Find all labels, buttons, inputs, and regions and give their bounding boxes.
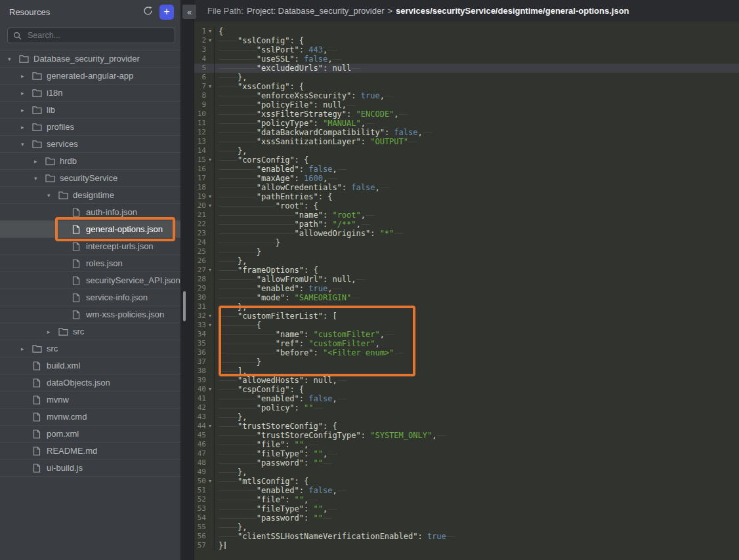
tree-item-wm-xss-policies.json[interactable]: wm-xss-policies.json xyxy=(0,306,180,323)
code-line-2[interactable]: 2▾ "sslConfig": { xyxy=(194,36,739,45)
code-line-17[interactable]: 17 "maxAge": 1600, xyxy=(194,174,739,183)
tree-item-i18n[interactable]: ▸i18n xyxy=(0,85,180,102)
tree-item-ui-build.js[interactable]: ui-build.js xyxy=(0,460,180,477)
code-editor[interactable]: 1▾{2▾ "sslConfig": {3 "sslPort": 443, 4 … xyxy=(194,22,739,560)
code-line-13[interactable]: 13 "xssSanitizationLayer": "OUTPUT" xyxy=(194,137,739,146)
chevron-down-icon[interactable]: ▾ xyxy=(33,175,45,182)
collapse-panel-button[interactable]: « xyxy=(182,5,196,19)
code-line-36[interactable]: 36 "before": "<Filter enum>" xyxy=(194,348,739,357)
code-line-22[interactable]: 22 "path": "/**", xyxy=(194,220,739,229)
code-line-20[interactable]: 20▾ "root": { xyxy=(194,201,739,210)
code-line-18[interactable]: 18 "allowCredentials": false, xyxy=(194,183,739,192)
tree-item-hrdb[interactable]: ▸hrdb xyxy=(0,153,180,170)
tree-item-mvnw.cmd[interactable]: mvnw.cmd xyxy=(0,409,180,426)
code-line-43[interactable]: 43 }, xyxy=(194,412,739,422)
code-line-40[interactable]: 40▾ "cspConfig": { xyxy=(194,385,739,394)
fold-toggle-icon[interactable]: ▾ xyxy=(206,321,214,330)
code-line-3[interactable]: 3 "sslPort": 443, xyxy=(194,45,739,54)
fold-toggle-icon[interactable]: ▾ xyxy=(206,385,214,394)
chevron-right-icon[interactable]: ▸ xyxy=(20,124,32,130)
tree-item-src[interactable]: ▸src xyxy=(0,340,180,357)
tree-item-pom.xml[interactable]: pom.xml xyxy=(0,426,180,443)
tree-item-dataObjects.json[interactable]: dataObjects.json xyxy=(0,374,180,391)
chevron-right-icon[interactable]: ▸ xyxy=(20,90,32,96)
code-line-45[interactable]: 45 "trustStoreConfigType": "SYSTEM_ONLY"… xyxy=(194,431,739,440)
tree-item-mvnw[interactable]: mvnw xyxy=(0,391,180,409)
code-line-8[interactable]: 8 "enforceXssSecurity": true, xyxy=(194,91,739,100)
code-line-52[interactable]: 52 "file": "", xyxy=(194,495,739,504)
code-line-27[interactable]: 27▾ "frameOptions": { xyxy=(194,266,739,275)
panel-splitter[interactable] xyxy=(181,0,194,560)
code-line-50[interactable]: 50▾ "mtlsConfig": { xyxy=(194,477,739,486)
tree-item-lib[interactable]: ▸lib xyxy=(0,102,180,119)
code-line-51[interactable]: 51 "enabled": false, xyxy=(194,486,739,495)
code-line-21[interactable]: 21 "name": "root", xyxy=(194,210,739,220)
chevron-right-icon[interactable]: ▸ xyxy=(46,329,58,335)
tree-item-service-info.json[interactable]: service-info.json xyxy=(0,289,180,306)
code-line-37[interactable]: 37 } xyxy=(194,357,739,367)
fold-toggle-icon[interactable]: ▾ xyxy=(206,311,214,321)
tree-item-services[interactable]: ▾services xyxy=(0,136,180,153)
code-line-31[interactable]: 31 }, xyxy=(194,302,739,311)
fold-toggle-icon[interactable]: ▾ xyxy=(206,36,214,45)
code-line-46[interactable]: 46 "file": "", xyxy=(194,440,739,449)
code-line-28[interactable]: 28 "allowFromUrl": null, xyxy=(194,275,739,284)
code-line-57[interactable]: 57} xyxy=(194,541,739,550)
add-resource-button[interactable]: + xyxy=(159,5,174,20)
code-line-15[interactable]: 15▾ "corsConfig": { xyxy=(194,155,739,165)
fold-toggle-icon[interactable]: ▾ xyxy=(206,82,214,91)
fold-toggle-icon[interactable]: ▾ xyxy=(206,422,214,431)
code-line-30[interactable]: 30 "mode": "SAMEORIGIN" xyxy=(194,293,739,302)
tree-item-general-options.json[interactable]: general-options.json xyxy=(0,221,180,238)
search-input[interactable] xyxy=(26,30,169,41)
code-line-42[interactable]: 42 "policy": "" xyxy=(194,403,739,412)
tree-item-profiles[interactable]: ▸profiles xyxy=(0,119,180,136)
code-line-4[interactable]: 4 "useSSL": false, xyxy=(194,54,739,64)
tree-item-README.md[interactable]: README.md xyxy=(0,443,180,460)
fold-toggle-icon[interactable]: ▾ xyxy=(206,155,214,165)
code-line-54[interactable]: 54 "password": "" xyxy=(194,513,739,523)
code-line-25[interactable]: 25 } xyxy=(194,247,739,256)
code-line-10[interactable]: 10 "xssFilterStrategy": "ENCODE", xyxy=(194,110,739,119)
fold-toggle-icon[interactable]: ▾ xyxy=(206,27,214,36)
tree-item-securityService[interactable]: ▾securityService xyxy=(0,170,180,187)
code-line-9[interactable]: 9 "policyFile": null, xyxy=(194,100,739,110)
search-box[interactable] xyxy=(7,28,175,43)
tree-item-intercept-urls.json[interactable]: intercept-urls.json xyxy=(0,238,180,255)
chevron-right-icon[interactable]: ▸ xyxy=(33,158,45,165)
code-line-39[interactable]: 39 "allowedHosts": null, xyxy=(194,376,739,385)
tree-item-src[interactable]: ▸src xyxy=(0,323,180,340)
code-line-56[interactable]: 56 "clientSSLHostNameVerificationEnabled… xyxy=(194,532,739,541)
tree-item-build.xml[interactable]: build.xml xyxy=(0,357,180,374)
code-line-53[interactable]: 53 "fileType": "", xyxy=(194,504,739,513)
code-line-34[interactable]: 34 "name": "customFilter", xyxy=(194,330,739,339)
code-line-47[interactable]: 47 "fileType": "", xyxy=(194,449,739,458)
tree-item-designtime[interactable]: ▾designtime xyxy=(0,187,180,204)
code-line-5[interactable]: 5 "excludedUrls": null xyxy=(194,64,739,73)
fold-toggle-icon[interactable]: ▾ xyxy=(206,192,214,201)
code-line-24[interactable]: 24 } xyxy=(194,238,739,247)
code-line-48[interactable]: 48 "password": "" xyxy=(194,458,739,468)
chevron-right-icon[interactable]: ▸ xyxy=(20,73,32,79)
chevron-right-icon[interactable]: ▸ xyxy=(20,346,32,352)
fold-toggle-icon[interactable]: ▾ xyxy=(206,201,214,210)
code-line-26[interactable]: 26 }, xyxy=(194,256,739,266)
code-line-33[interactable]: 33▾ { xyxy=(194,321,739,330)
code-line-41[interactable]: 41 "enabled": false, xyxy=(194,394,739,403)
sidebar-scrollbar-thumb[interactable] xyxy=(183,291,186,321)
code-line-6[interactable]: 6 }, xyxy=(194,73,739,82)
fold-toggle-icon[interactable]: ▾ xyxy=(206,477,214,486)
code-line-38[interactable]: 38 ], xyxy=(194,367,739,376)
chevron-right-icon[interactable]: ▸ xyxy=(20,107,32,113)
code-line-11[interactable]: 11 "policyType": "MANUAL", xyxy=(194,119,739,128)
chevron-down-icon[interactable]: ▾ xyxy=(7,56,18,62)
code-line-44[interactable]: 44▾ "trustStoreConfig": { xyxy=(194,422,739,431)
code-line-55[interactable]: 55 }, xyxy=(194,523,739,532)
chevron-down-icon[interactable]: ▾ xyxy=(20,141,32,148)
refresh-button[interactable] xyxy=(140,5,155,19)
tree-item-roles.json[interactable]: roles.json xyxy=(0,255,180,272)
code-line-23[interactable]: 23 "allowedOrigins": "*" xyxy=(194,229,739,238)
chevron-down-icon[interactable]: ▾ xyxy=(46,192,58,199)
code-line-35[interactable]: 35 "ref": "customFilter", xyxy=(194,339,739,348)
fold-toggle-icon[interactable]: ▾ xyxy=(206,266,214,275)
